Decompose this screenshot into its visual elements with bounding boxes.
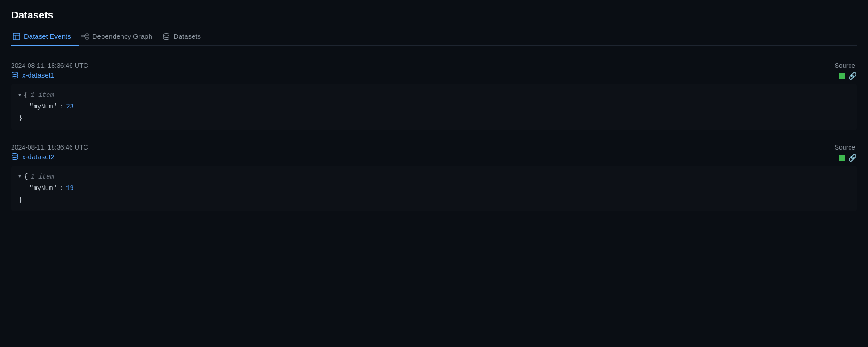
svg-rect-4 — [86, 34, 88, 36]
json-open-brace-2: { — [24, 171, 28, 183]
source-label-2: Source: — [835, 144, 857, 151]
json-item-count-1: 1 item — [30, 90, 54, 101]
event-header-2: 2024-08-11, 18:36:46 UTC x-dataset2 — [11, 144, 857, 162]
source-status-dot-2 — [839, 155, 845, 161]
svg-rect-0 — [13, 33, 20, 40]
tab-dependency-graph[interactable]: Dependency Graph — [79, 28, 161, 46]
svg-rect-5 — [86, 37, 88, 39]
event-dataset-label-2[interactable]: x-dataset2 — [22, 153, 54, 161]
database-icon — [163, 33, 170, 40]
json-key-1: "myNum" — [30, 101, 57, 113]
tab-dataset-events[interactable]: Dataset Events — [11, 28, 79, 46]
source-label-1: Source: — [835, 62, 857, 69]
link-icon-2[interactable]: 🔗 — [848, 154, 857, 162]
events-area: 2024-08-11, 18:36:46 UTC x-dataset1 — [11, 55, 857, 211]
event-source-1: Source: 🔗 — [835, 62, 857, 80]
svg-point-10 — [12, 154, 18, 156]
svg-line-6 — [84, 35, 86, 36]
json-expand-line-1: ▼ { 1 item — [18, 90, 850, 101]
event-timestamp-1: 2024-08-11, 18:36:46 UTC — [11, 62, 88, 69]
json-collapse-arrow-2[interactable]: ▼ — [18, 173, 21, 181]
json-close-line-2: } — [18, 194, 850, 206]
json-key-2: "myNum" — [30, 183, 57, 194]
table-icon — [13, 33, 20, 40]
event-header-1: 2024-08-11, 18:36:46 UTC x-dataset1 — [11, 62, 857, 80]
event-dataset-label-1[interactable]: x-dataset1 — [22, 71, 54, 79]
json-key-value-1: "myNum" : 23 — [18, 101, 850, 113]
tab-datasets-label: Datasets — [174, 32, 201, 40]
svg-rect-3 — [82, 35, 84, 37]
json-expand-line-2: ▼ { 1 item — [18, 171, 850, 183]
json-key-value-2: "myNum" : 19 — [18, 183, 850, 194]
json-block-1: ▼ { 1 item "myNum" : 23 } — [11, 84, 857, 130]
dataset-db-icon-1 — [11, 72, 18, 79]
event-timestamp-2: 2024-08-11, 18:36:46 UTC — [11, 144, 88, 151]
json-item-count-2: 1 item — [30, 171, 54, 183]
source-indicators-2: 🔗 — [839, 154, 857, 162]
event-header-left-2: 2024-08-11, 18:36:46 UTC x-dataset2 — [11, 144, 88, 161]
json-value-1: 23 — [66, 101, 74, 113]
page-title: Datasets — [11, 9, 857, 21]
graph-icon — [81, 33, 89, 40]
source-status-dot-1 — [839, 73, 845, 79]
svg-line-7 — [84, 36, 86, 38]
event-source-2: Source: 🔗 — [835, 144, 857, 162]
event-header-left-1: 2024-08-11, 18:36:46 UTC x-dataset1 — [11, 62, 88, 79]
json-close-line-1: } — [18, 113, 850, 124]
json-block-2: ▼ { 1 item "myNum" : 19 } — [11, 166, 857, 212]
event-row: 2024-08-11, 18:36:46 UTC x-dataset1 — [11, 55, 857, 130]
dataset-db-icon-2 — [11, 153, 18, 160]
json-close-brace-2: } — [18, 194, 22, 206]
page-container: Datasets Dataset Events — [0, 0, 868, 227]
json-colon-1: : — [60, 101, 63, 113]
svg-point-9 — [12, 72, 18, 74]
json-close-brace-1: } — [18, 113, 22, 124]
json-collapse-arrow-1[interactable]: ▼ — [18, 91, 21, 100]
event-dataset-name-1: x-dataset1 — [11, 71, 88, 79]
json-value-2: 19 — [66, 183, 74, 194]
event-row-2: 2024-08-11, 18:36:46 UTC x-dataset2 — [11, 137, 857, 212]
link-icon-1[interactable]: 🔗 — [848, 72, 857, 80]
source-indicators-1: 🔗 — [839, 72, 857, 80]
json-open-brace-1: { — [24, 90, 28, 101]
event-dataset-name-2: x-dataset2 — [11, 153, 88, 161]
tab-dependency-graph-label: Dependency Graph — [92, 32, 152, 40]
svg-point-8 — [163, 33, 169, 36]
json-colon-2: : — [60, 183, 63, 194]
tabs-bar: Dataset Events Dependency Graph — [11, 28, 857, 46]
tab-datasets[interactable]: Datasets — [161, 28, 209, 46]
tab-dataset-events-label: Dataset Events — [24, 32, 71, 40]
